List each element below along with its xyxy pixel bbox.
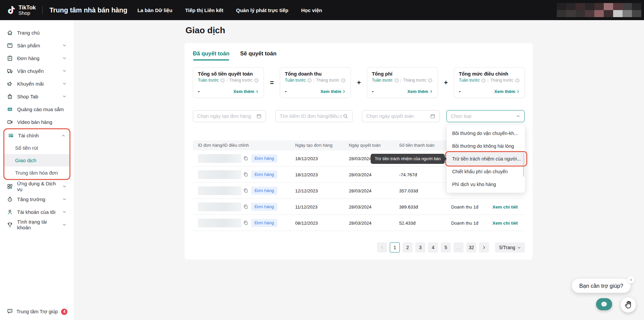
dropdown-option-warehouse-service-fee[interactable]: Phí dịch vụ kho hàng bbox=[447, 178, 525, 191]
page-button-32[interactable]: 32 bbox=[466, 242, 476, 253]
sidebar-item-shopping-ads[interactable]: AD Quảng cáo mua sắm bbox=[0, 103, 74, 116]
raised-hand-icon bbox=[624, 301, 633, 309]
sidebar-item-withdrawals[interactable]: Số tiền rút bbox=[4, 142, 69, 154]
created-date: 18/12/2023 bbox=[295, 167, 318, 183]
tab-settled[interactable]: Đã quyết toán bbox=[193, 50, 229, 59]
account-health-icon bbox=[7, 222, 13, 228]
svg-text:AD: AD bbox=[8, 108, 11, 110]
col-settlement-amount: Số tiền thanh toán bbox=[399, 140, 435, 150]
dropdown-option-shipping-fee-discount[interactable]: Chiết khấu phí vận chuyển bbox=[447, 165, 525, 178]
last-week-link[interactable]: Tuần trước bbox=[459, 78, 480, 83]
censored-order-id bbox=[198, 219, 241, 227]
view-more-link[interactable]: Xem thêm bbox=[320, 89, 346, 94]
last-month-link[interactable]: Tháng trước bbox=[403, 78, 426, 83]
help-center-icon: ? bbox=[7, 308, 13, 315]
settled-date: 28/03/2024 bbox=[349, 183, 372, 199]
hand-cursor-indicator bbox=[621, 297, 636, 313]
last-month-link[interactable]: Tháng trước bbox=[229, 78, 252, 83]
page-button-5[interactable]: 5 bbox=[441, 242, 451, 253]
last-week-link[interactable]: Tuần trước bbox=[198, 78, 219, 83]
growth-icon bbox=[7, 196, 13, 202]
nav-link-live-manager[interactable]: Quản lý phát trực tiếp bbox=[236, 7, 288, 13]
order-type-tag: Đơn hàng bbox=[251, 203, 277, 211]
order-id-search-input[interactable]: Tìm kiếm ID đơn hàng/điều c... bbox=[275, 110, 353, 122]
svg-text:?: ? bbox=[430, 79, 431, 81]
chat-button[interactable] bbox=[596, 298, 612, 310]
sidebar-label: Khuyến mãi bbox=[17, 81, 44, 87]
settled-date: 28/03/2024 bbox=[349, 199, 372, 215]
help-prompt-bubble: Bạn cần trợ giúp? bbox=[572, 279, 631, 293]
nav-link-data-compass[interactable]: La bàn Dữ liệu bbox=[138, 7, 172, 13]
settled-date: 28/03/2024 bbox=[349, 215, 372, 231]
tab-to-settle[interactable]: Sẽ quyết toán bbox=[240, 50, 276, 59]
censored-order-id bbox=[198, 170, 241, 179]
sidebar-item-my-account[interactable]: Tài khoản của tôi bbox=[0, 205, 74, 218]
nav-link-academy[interactable]: Học viện bbox=[301, 7, 322, 13]
account-icon bbox=[7, 209, 13, 215]
dropdown-option-seller-liability-deduction[interactable]: Trừ tiền trách nhiệm của người... bbox=[447, 152, 525, 165]
chevron-down-icon bbox=[62, 56, 66, 60]
chevron-down-icon bbox=[517, 246, 521, 249]
prev-page-button[interactable] bbox=[377, 242, 387, 253]
sidebar-item-home[interactable]: Trang chủ bbox=[0, 26, 74, 39]
finance-group-highlight: Tài chính Số tiền rút Giao dịch Trung tâ… bbox=[3, 128, 70, 180]
sidebar-item-promotions[interactable]: Khuyến mãi bbox=[0, 77, 74, 90]
sidebar-item-products[interactable]: Sản phẩm bbox=[0, 39, 74, 52]
last-month-link[interactable]: Tháng trước bbox=[490, 78, 513, 83]
chevron-up-icon bbox=[61, 134, 65, 138]
calendar-icon bbox=[256, 113, 262, 119]
copy-icon[interactable] bbox=[243, 188, 248, 193]
sidebar-item-shop-tab[interactable]: Shop Tab bbox=[0, 90, 74, 103]
operator-plus: + bbox=[438, 67, 454, 98]
page-title: Giao dịch bbox=[185, 25, 225, 36]
copy-icon[interactable] bbox=[243, 172, 248, 177]
help-close-button[interactable]: × bbox=[627, 276, 635, 283]
page-button-4[interactable]: 4 bbox=[428, 242, 438, 253]
page-button-3[interactable]: 3 bbox=[415, 242, 425, 253]
nav-link-affiliate[interactable]: Tiếp thị Liên kết bbox=[185, 7, 223, 13]
order-created-date-picker[interactable]: Chọn ngày tạo đơn hàng bbox=[193, 110, 266, 122]
sidebar-item-account-health[interactable]: Tình trạng tài khoản bbox=[0, 218, 74, 231]
sidebar-item-shoppable-video[interactable]: Video bán hàng bbox=[0, 116, 74, 128]
product-icon bbox=[7, 42, 13, 49]
page-button-1[interactable]: 1 bbox=[390, 242, 400, 253]
pagination: 1 2 3 4 5 … 32 5/Trang bbox=[377, 242, 525, 253]
sidebar-label: Ứng dụng & Dịch vụ bbox=[17, 181, 58, 192]
chevron-down-icon bbox=[62, 94, 66, 98]
sidebar-item-growth[interactable]: Tăng trưởng bbox=[0, 193, 74, 205]
settlement-amount: 389.633đ bbox=[399, 199, 418, 215]
view-more-link[interactable]: Xem thêm bbox=[494, 89, 520, 94]
sidebar-item-orders[interactable]: Đơn hàng bbox=[0, 52, 74, 64]
sidebar-item-shipping[interactable]: Vận chuyển bbox=[0, 64, 74, 77]
dropdown-option-dissatisfaction-compensation[interactable]: Bồi thường do không hài lòng bbox=[447, 140, 525, 152]
copy-icon[interactable] bbox=[243, 204, 248, 209]
question-circle-icon: ? bbox=[428, 78, 432, 83]
copy-icon[interactable] bbox=[243, 220, 248, 225]
last-week-link[interactable]: Tuần trước bbox=[372, 78, 393, 83]
dropdown-scrollbar[interactable] bbox=[523, 153, 524, 177]
chevron-up-icon bbox=[516, 114, 520, 118]
dropdown-option-shipping-compensation[interactable]: Bồi thường do vận chuyển-kh... bbox=[447, 127, 525, 140]
type-select[interactable]: Chọn loại bbox=[446, 110, 525, 122]
sidebar-item-apps-services[interactable]: Ứng dụng & Dịch vụ bbox=[0, 180, 74, 193]
sidebar-help-center[interactable]: ? Trung tâm Trợ giúp 4 bbox=[7, 308, 67, 315]
sidebar-item-transactions[interactable]: Giao dịch bbox=[4, 154, 69, 167]
view-detail-link[interactable]: Xem chi tiết bbox=[492, 215, 518, 231]
svg-text:?: ? bbox=[517, 79, 518, 81]
last-week-link[interactable]: Tuần trước bbox=[285, 78, 306, 83]
next-page-button[interactable] bbox=[479, 242, 489, 253]
view-detail-link[interactable]: Xem chi tiết bbox=[492, 199, 518, 215]
question-circle-icon: ? bbox=[307, 78, 312, 83]
page-size-select[interactable]: 5/Trang bbox=[495, 242, 525, 253]
sidebar-item-invoice-center[interactable]: Trung tâm hóa đơn bbox=[4, 167, 69, 179]
view-more-link[interactable]: Xem thêm bbox=[233, 89, 259, 94]
stat-total-settlement: Tổng số tiền quyết toán Tuần trước ? | T… bbox=[193, 67, 264, 98]
sidebar-item-finance[interactable]: Tài chính bbox=[4, 129, 69, 142]
page-ellipsis[interactable]: … bbox=[453, 242, 464, 253]
settlement-date-picker[interactable]: Chọn ngày quyết toán bbox=[362, 110, 440, 122]
view-more-link[interactable]: Xem thêm bbox=[408, 89, 433, 94]
copy-icon[interactable] bbox=[243, 156, 248, 161]
last-month-link[interactable]: Tháng trước bbox=[316, 78, 339, 83]
tiktok-shop-logo[interactable]: TikTok Shop bbox=[7, 5, 36, 16]
page-button-2[interactable]: 2 bbox=[402, 242, 413, 253]
